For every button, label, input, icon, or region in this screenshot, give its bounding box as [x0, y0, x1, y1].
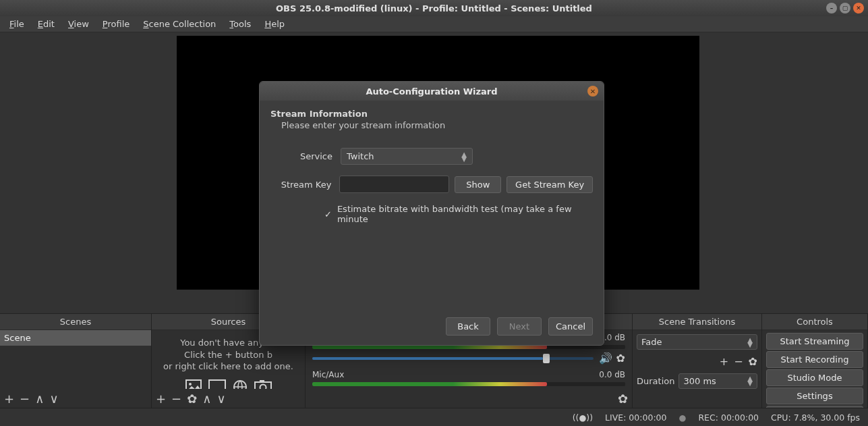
scene-item[interactable]: Scene: [0, 330, 151, 346]
window-titlebar: OBS 25.0.8-modified (linux) - Profile: U…: [0, 0, 868, 16]
section-title: Stream Information: [270, 109, 593, 119]
updown-icon: ▲▼: [747, 338, 753, 347]
panel-transitions: Scene Transitions Fade ▲▼ + − ✿ Duration…: [633, 314, 762, 408]
svg-rect-6: [255, 382, 271, 389]
show-button[interactable]: Show: [455, 176, 501, 193]
sources-settings-button[interactable]: ✿: [187, 392, 197, 406]
svg-point-5: [234, 381, 246, 389]
menu-edit[interactable]: Edit: [31, 17, 61, 31]
window-title: OBS 25.0.8-modified (linux) - Profile: U…: [276, 3, 592, 14]
panel-controls-header: Controls: [762, 314, 867, 330]
image-icon: [185, 379, 202, 389]
transition-select[interactable]: Fade ▲▼: [637, 334, 757, 350]
start-streaming-button[interactable]: Start Streaming: [766, 333, 863, 350]
estimate-checkbox[interactable]: ✓: [324, 209, 332, 219]
sources-add-button[interactable]: +: [156, 392, 166, 406]
menu-help[interactable]: Help: [258, 17, 291, 31]
window-maximize-button[interactable]: ▢: [840, 3, 850, 14]
status-live: LIVE: 00:00:00: [605, 412, 666, 423]
menu-scene-collection[interactable]: Scene Collection: [136, 17, 223, 31]
audio-meter: [312, 382, 625, 386]
dialog-titlebar: Auto-Configuration Wizard ✕: [260, 82, 604, 101]
scenes-remove-button[interactable]: −: [20, 392, 30, 406]
svg-point-1: [189, 383, 192, 385]
back-button[interactable]: Back: [446, 317, 490, 336]
statusbar: ((●)) LIVE: 00:00:00 ● REC: 00:00:00 CPU…: [0, 408, 868, 426]
menu-file[interactable]: File: [3, 17, 31, 31]
menu-profile[interactable]: Profile: [96, 17, 136, 31]
mixer-track-name: Mic/Aux: [312, 370, 344, 379]
next-button: Next: [497, 317, 542, 336]
transition-remove-button[interactable]: −: [734, 355, 743, 368]
transition-add-button[interactable]: +: [720, 355, 728, 368]
start-recording-button[interactable]: Start Recording: [766, 351, 863, 368]
stream-key-label: Stream Key: [270, 180, 339, 190]
scenes-add-button[interactable]: +: [4, 392, 14, 406]
service-label: Service: [270, 151, 341, 161]
auto-config-dialog: Auto-Configuration Wizard ✕ Stream Infor…: [259, 81, 604, 346]
menu-tools[interactable]: Tools: [223, 17, 258, 31]
status-rec: REC: 00:00:00: [698, 412, 759, 423]
window-close-button[interactable]: ✕: [853, 3, 864, 14]
studio-mode-button[interactable]: Studio Mode: [766, 369, 863, 386]
gear-icon[interactable]: ✿: [616, 352, 625, 365]
scenes-down-button[interactable]: ∨: [49, 392, 58, 406]
volume-slider[interactable]: [312, 357, 594, 360]
svg-rect-7: [260, 380, 264, 383]
dialog-title: Auto-Configuration Wizard: [366, 86, 497, 97]
stream-key-input[interactable]: [339, 176, 449, 193]
status-cpu: CPU: 7.8%, 30.00 fps: [771, 412, 860, 423]
sources-down-button[interactable]: ∨: [216, 392, 225, 406]
dialog-close-button[interactable]: ✕: [587, 86, 598, 97]
cancel-button[interactable]: Cancel: [548, 317, 593, 336]
speaker-icon[interactable]: 🔊: [599, 352, 612, 365]
menu-view[interactable]: View: [61, 17, 96, 31]
scenes-up-button[interactable]: ∧: [35, 392, 44, 406]
get-stream-key-button[interactable]: Get Stream Key: [507, 176, 593, 193]
section-subtitle: Please enter your stream information: [281, 120, 593, 130]
svg-rect-2: [209, 380, 225, 389]
sources-remove-button[interactable]: −: [171, 392, 181, 406]
menubar: File Edit View Profile Scene Collection …: [0, 16, 868, 32]
panel-scenes: Scenes Scene + − ∧ ∨: [0, 314, 152, 408]
settings-button[interactable]: Settings: [766, 388, 863, 404]
display-icon: [208, 379, 226, 389]
camera-icon: [254, 379, 272, 389]
transition-settings-button[interactable]: ✿: [749, 355, 757, 368]
mixer-settings-button[interactable]: ✿: [618, 392, 628, 406]
updown-icon: ▲▼: [747, 376, 753, 386]
broadcast-icon: ((●)): [573, 412, 593, 423]
panel-transitions-header: Scene Transitions: [633, 314, 761, 330]
globe-icon: [233, 379, 248, 389]
svg-point-8: [260, 384, 266, 389]
estimate-label: Estimate bitrate with bandwidth test (ma…: [337, 204, 593, 224]
mixer-track-mic: Mic/Aux 0.0 dB 🔊 ✿: [306, 367, 632, 389]
panel-controls: Controls Start Streaming Start Recording…: [762, 314, 868, 408]
record-dot-icon: ●: [679, 412, 687, 423]
sources-up-button[interactable]: ∧: [202, 392, 211, 406]
service-select[interactable]: Twitch ▲▼: [341, 148, 473, 165]
updown-icon: ▲▼: [461, 152, 467, 161]
mixer-track-db: 0.0 dB: [599, 370, 625, 379]
panel-scenes-header: Scenes: [0, 314, 151, 330]
window-minimize-button[interactable]: –: [826, 3, 837, 14]
duration-input[interactable]: 300 ms ▲▼: [678, 373, 757, 389]
exit-button[interactable]: Exit: [766, 406, 863, 408]
duration-label: Duration: [637, 376, 674, 386]
